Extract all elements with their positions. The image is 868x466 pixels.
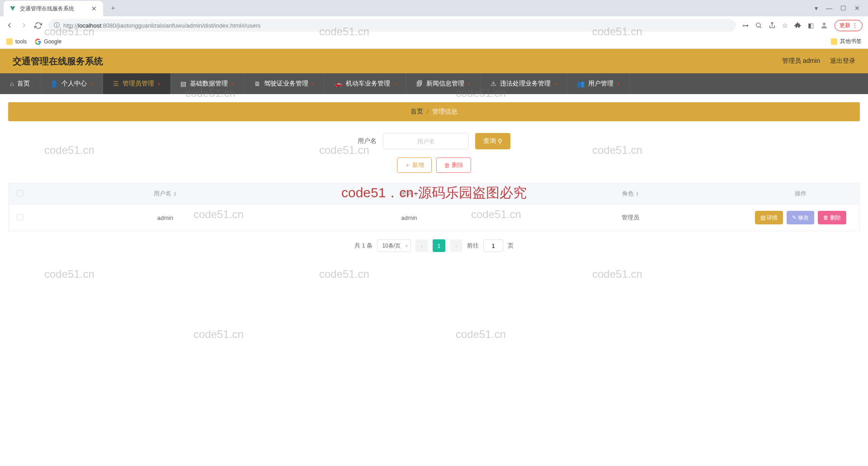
nav-menu: ⌂首页 👤个人中心▾ ☰管理员管理▾ ▤基础数据管理▾ 🗎驾驶证业务管理▾ 🚗机…: [0, 73, 868, 94]
action-row: ＋新增 🗑删除: [8, 157, 860, 173]
content: 首页 / 管理信息 用户名 查询⚲ ＋新增 🗑删除 用户名▲▼ 密码▲▼ 角色▲…: [0, 94, 868, 260]
nav-vehicle[interactable]: 🚗机动车业务管理▾: [325, 73, 406, 94]
zoom-icon[interactable]: [755, 22, 762, 29]
edit-icon: ✎: [792, 214, 797, 221]
vue-icon: [9, 5, 16, 12]
chevron-down-icon: ▾: [406, 243, 408, 248]
breadcrumb-home[interactable]: 首页: [410, 108, 423, 116]
chevron-down-icon: ▾: [158, 81, 160, 86]
nav-home[interactable]: ⌂首页: [0, 73, 40, 94]
tab-bar: 交通管理在线服务系统 ✕ ＋ ▾ ― ☐ ✕: [0, 0, 868, 16]
table-row: admin admin 管理员 ▤详情 ✎修改 🗑删除: [9, 204, 860, 231]
window-controls: ▾ ― ☐ ✕: [815, 5, 864, 12]
nav-news[interactable]: 🗐新闻信息管理▾: [406, 73, 481, 94]
site-info-icon[interactable]: ⓘ: [54, 21, 60, 29]
chevron-down-icon: ▾: [312, 81, 314, 86]
star-icon[interactable]: ☆: [782, 22, 788, 29]
license-icon: 🗎: [254, 80, 260, 87]
search-input[interactable]: [383, 133, 469, 149]
url-input[interactable]: ⓘ http://localhost:8080/jiaotongguanliza…: [48, 19, 736, 32]
prev-page-button[interactable]: ‹: [415, 239, 428, 252]
cell-password: admin: [299, 204, 519, 231]
side-panel-icon[interactable]: ◧: [808, 22, 814, 29]
back-button[interactable]: [5, 21, 14, 29]
nav-admin[interactable]: ☰管理员管理▾: [103, 73, 170, 94]
bookmark-bar: tools Google 其他书签: [0, 34, 868, 49]
detail-icon: ▤: [760, 214, 765, 221]
select-all-checkbox[interactable]: [17, 190, 23, 196]
nav-license[interactable]: 🗎驾驶证业务管理▾: [244, 73, 325, 94]
chevron-down-icon: ▾: [554, 81, 557, 86]
delete-button[interactable]: 🗑删除: [436, 157, 471, 173]
toolbar-right: ⊶ ☆ ◧ 更新⋮: [742, 20, 863, 31]
trash-icon: 🗑: [823, 214, 829, 221]
chevron-down-icon: ▾: [468, 81, 470, 86]
pagination: 共 1 条 10条/页▾ ‹ 1 › 前往 页: [8, 239, 860, 252]
app-title: 交通管理在线服务系统: [13, 55, 103, 67]
detail-button[interactable]: ▤详情: [755, 211, 783, 224]
breadcrumb-current: 管理信息: [432, 108, 458, 116]
col-username[interactable]: 用户名▲▼: [31, 183, 300, 204]
logout-link[interactable]: 退出登录: [830, 57, 855, 65]
col-ops: 操作: [742, 183, 860, 204]
next-page-button[interactable]: ›: [450, 239, 462, 252]
tab-title: 交通管理在线服务系统: [20, 5, 90, 13]
password-key-icon[interactable]: ⊶: [742, 22, 749, 29]
extensions-icon[interactable]: [794, 22, 802, 29]
folder-icon: [6, 38, 13, 45]
update-button[interactable]: 更新⋮: [835, 20, 863, 31]
page-size-select[interactable]: 10条/页▾: [377, 239, 411, 252]
folder-icon: [831, 38, 837, 45]
breadcrumb-separator: /: [427, 108, 429, 115]
user-icon: 👤: [50, 80, 58, 87]
data-table: 用户名▲▼ 密码▲▼ 角色▲▼ 操作 admin admin 管理员 ▤详情 ✎…: [8, 183, 860, 231]
row-checkbox[interactable]: [17, 214, 23, 220]
pagination-total: 共 1 条: [354, 242, 373, 250]
warn-icon: ⚠: [491, 80, 496, 87]
browser-chrome: 交通管理在线服务系统 ✕ ＋ ▾ ― ☐ ✕ ⓘ http://localhos…: [0, 0, 868, 49]
browser-tab[interactable]: 交通管理在线服务系统 ✕: [4, 1, 103, 16]
maximize-icon[interactable]: ☐: [840, 5, 846, 12]
page-number-button[interactable]: 1: [433, 239, 445, 252]
new-tab-button[interactable]: ＋: [107, 2, 119, 14]
nav-basedata[interactable]: ▤基础数据管理▾: [170, 73, 244, 94]
sort-icon: ▲▼: [173, 191, 177, 197]
col-role[interactable]: 角色▲▼: [519, 183, 742, 204]
table-header-row: 用户名▲▼ 密码▲▼ 角色▲▼ 操作: [9, 183, 860, 204]
chevron-down-icon: ▾: [394, 81, 396, 86]
nav-users[interactable]: 👥用户管理▾: [567, 73, 630, 94]
app-header: 交通管理在线服务系统 管理员 admin 退出登录: [0, 49, 868, 73]
search-button[interactable]: 查询⚲: [475, 133, 510, 149]
bookmark-other[interactable]: 其他书签: [831, 38, 862, 45]
forward-button[interactable]: [20, 21, 28, 29]
address-bar: ⓘ http://localhost:8080/jiaotongguanliza…: [0, 16, 868, 34]
search-label: 用户名: [358, 137, 377, 145]
plus-icon: ＋: [405, 161, 410, 169]
close-icon[interactable]: ✕: [90, 5, 98, 12]
page-jump-input[interactable]: [483, 239, 503, 252]
header-user-label[interactable]: 管理员 admin: [782, 57, 820, 65]
sort-icon: ▲▼: [636, 191, 639, 197]
nav-personal[interactable]: 👤个人中心▾: [40, 73, 103, 94]
trash-icon: 🗑: [444, 162, 450, 169]
reload-button[interactable]: [34, 22, 42, 29]
close-window-icon[interactable]: ✕: [854, 5, 860, 12]
minimize-icon[interactable]: ―: [826, 5, 832, 12]
jump-prefix: 前往: [467, 242, 479, 250]
sort-icon: ▲▼: [414, 191, 418, 197]
chevron-down-icon: ▾: [231, 81, 234, 86]
chevron-down-icon: ▾: [617, 81, 619, 86]
add-button[interactable]: ＋新增: [397, 157, 432, 173]
share-icon[interactable]: [769, 22, 776, 29]
window-dropdown-icon[interactable]: ▾: [815, 5, 818, 12]
nav-violation[interactable]: ⚠违法处理业务管理▾: [481, 73, 567, 94]
bookmark-google[interactable]: Google: [35, 38, 61, 45]
data-icon: ▤: [180, 80, 186, 87]
row-delete-button[interactable]: 🗑删除: [818, 211, 846, 224]
col-password[interactable]: 密码▲▼: [299, 183, 519, 204]
edit-button[interactable]: ✎修改: [787, 211, 814, 224]
svg-point-0: [756, 23, 760, 27]
bookmark-tools[interactable]: tools: [6, 38, 27, 45]
list-icon: ☰: [113, 80, 119, 87]
profile-icon[interactable]: [820, 21, 828, 29]
